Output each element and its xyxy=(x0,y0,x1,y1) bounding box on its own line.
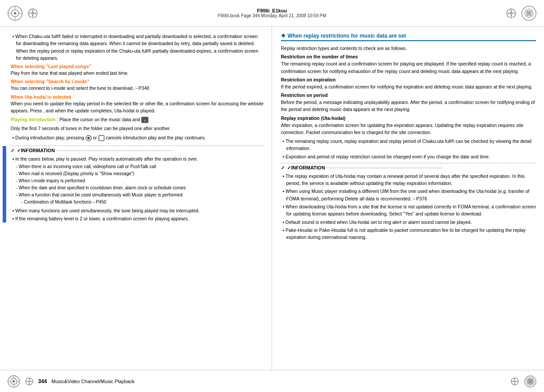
info-right-item-5: Pake-Houdai or Pake-Houdai full is not a… xyxy=(281,227,536,241)
main-content: When Chaku-uta full® failed or interrupt… xyxy=(0,27,544,370)
replay-expiration-text: After expiration, a confirmation screen … xyxy=(281,122,536,136)
replay-expiration-heading: Replay expiration (Uta-hodai) xyxy=(281,115,536,121)
svg-point-23 xyxy=(12,380,15,383)
playing-intro-desc: Only the first 7 seconds of tunes in the… xyxy=(11,125,264,132)
when-uta-text: When you need to update the replay perio… xyxy=(11,100,264,115)
info-title-left: ✓INFORMATION ───────────────────────────… xyxy=(11,148,264,154)
blue-bar-left xyxy=(3,146,6,223)
when-uta-heading: When Uta-hodai is selected xyxy=(11,94,264,100)
restriction-expiration-text: If the period expired, a confirmation sc… xyxy=(281,83,536,90)
playing-intro-label: Playing introduction xyxy=(11,117,56,122)
when-last-played-heading: When selecting "Last played songs" xyxy=(11,64,264,69)
info-item-1: In the cases below, play is paused. Play… xyxy=(11,155,264,162)
circle-button-icon xyxy=(85,135,92,141)
square-button-icon xyxy=(98,135,105,141)
chaku-uta-bullet: When Chaku-uta full® failed or interrupt… xyxy=(11,33,264,61)
page: F906i_E1kou F906i.book Page 344 Monday, … xyxy=(0,0,544,392)
svg-text:♪: ♪ xyxy=(144,118,146,123)
info-sub-1: When there is an incoming voice call, vi… xyxy=(11,163,264,170)
when-search-heading: When selecting "Search by i-mode" xyxy=(11,79,264,84)
footer-chapter: Music&Video Channel/Music Playback xyxy=(51,379,135,384)
svg-rect-20 xyxy=(99,135,104,141)
svg-point-2 xyxy=(14,12,16,15)
info-title-right: ✓INFORMATION ───────────────────────────… xyxy=(281,165,536,171)
info-box-right: ✓INFORMATION ───────────────────────────… xyxy=(281,163,536,241)
header-model: F906i_E1kou xyxy=(218,8,326,13)
playing-intro-bullet: During introduction play, pressing or ca… xyxy=(11,134,264,141)
restriction-number-text: The remaining replay count and a confirm… xyxy=(281,60,536,75)
restriction-number-heading: Restriction on the number of times xyxy=(281,54,536,59)
info-right-item-3: When downloading Uta-hodai from a site t… xyxy=(281,203,536,218)
plus-icon-tr xyxy=(506,8,517,19)
corner-decoration-tl xyxy=(7,5,23,21)
svg-point-19 xyxy=(87,137,90,139)
when-last-played-text: Play from the tune that was played when … xyxy=(11,69,264,77)
info-sub-2: When mail is received (Display priority … xyxy=(11,170,264,177)
replay-bullet-2: Expiration and period of replay restrict… xyxy=(281,153,536,160)
info-sub-5: When a function that cannot be used simu… xyxy=(11,192,264,198)
info-right-item-4: Default sound is emitted when Uta-hodai … xyxy=(281,219,536,226)
info-box-left: ✓INFORMATION ───────────────────────────… xyxy=(11,146,264,223)
footer: 344 Music&Video Channel/Music Playback xyxy=(0,370,544,392)
footer-page-number: 344 xyxy=(38,378,47,384)
left-column: When Chaku-uta full® failed or interrupt… xyxy=(0,27,272,370)
info-right-item-1: The replay expiration of Uta-hodai may c… xyxy=(281,173,536,187)
info-sub-3: When i-mode inquiry is performed xyxy=(11,177,264,184)
header-book-info: F906i.book Page 344 Monday, April 21, 20… xyxy=(218,13,326,18)
header: F906i_E1kou F906i.book Page 344 Monday, … xyxy=(0,0,544,27)
plus-icon-tl xyxy=(27,8,38,19)
playing-intro-rest: : Place the cursor on the music data and xyxy=(56,117,142,122)
section-title-right: When replay restrictions for music data … xyxy=(281,33,536,41)
info-sub-4: When the date and time specified in coun… xyxy=(11,184,264,191)
info-item-2: When many functions are used simultaneou… xyxy=(11,207,264,214)
plus-icon-bl xyxy=(25,377,34,386)
corner-decoration-tr xyxy=(521,5,537,21)
intro-text-right: Replay restriction types and contents to… xyxy=(281,45,536,52)
when-search-text: You can connect to i-mode and select the… xyxy=(11,85,264,92)
replay-bullet-1: The remaining replay count, replay expir… xyxy=(281,138,536,152)
corner-decoration-bl xyxy=(7,375,20,388)
info-right-item-2: When using Music player installing a dif… xyxy=(281,188,536,202)
chaku-uta-text: When Chaku-uta full® failed or interrupt… xyxy=(16,34,258,61)
corner-decoration-br xyxy=(524,375,537,388)
playing-intro-line: Playing introduction : Place the cursor … xyxy=(11,116,264,123)
restriction-period-text: Before the period, a message indicating … xyxy=(281,99,536,113)
restriction-period-heading: Restriction on period xyxy=(281,92,536,98)
restriction-expiration-heading: Restriction on expiration xyxy=(281,77,536,82)
plus-icon-br xyxy=(510,377,519,386)
info-sub-6: Combination of Multitask functions→P450 xyxy=(11,199,264,205)
music-icon: ♪ xyxy=(141,117,148,123)
info-item-3: If the remaining battery level is 2 or l… xyxy=(11,215,264,222)
right-column: When replay restrictions for music data … xyxy=(272,27,544,370)
